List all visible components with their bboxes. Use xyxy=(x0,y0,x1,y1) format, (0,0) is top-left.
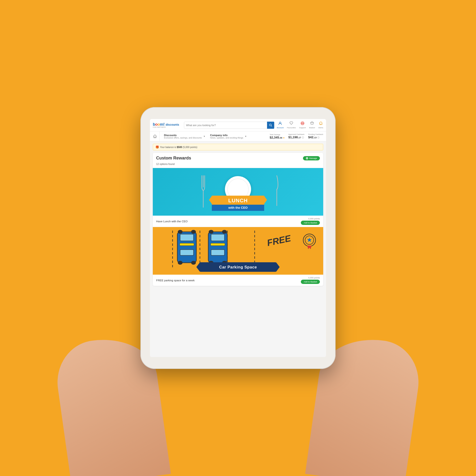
account-icon xyxy=(278,121,282,126)
svg-point-24 xyxy=(191,230,196,234)
nav-icons: Account Favourites xyxy=(277,121,323,129)
svg-text:Car Parking Space: Car Parking Space xyxy=(219,265,257,270)
nav-account[interactable]: Account xyxy=(277,121,284,129)
svg-point-23 xyxy=(178,230,183,234)
ceo-text: with the CEO xyxy=(228,206,248,209)
svg-point-26 xyxy=(191,261,196,265)
svg-rect-22 xyxy=(180,250,193,255)
search-input[interactable] xyxy=(184,124,267,127)
parking-reward-right: 4,000 points Add to Basket xyxy=(301,276,320,284)
stat-approved-cashback: Approved Cashback $1,198.17 ⓘ xyxy=(288,133,305,139)
alerts-label: Alerts xyxy=(319,127,323,129)
banner-yellow: LUNCH xyxy=(212,196,264,205)
stat-total-savings: Total Savings $2,345.56 ● xyxy=(270,134,285,139)
svg-line-1 xyxy=(271,126,272,126)
parking-footer: FREE parking space for a week 4,000 poin… xyxy=(153,275,323,286)
discounts-dropdown-arrow: ▼ xyxy=(203,135,205,137)
parking-image: FREE xyxy=(153,227,323,275)
reward-item-parking: FREE xyxy=(153,227,323,286)
svg-rect-21 xyxy=(180,234,193,241)
logo-boom: boom! xyxy=(153,122,165,127)
logo-tagline: FOR PARTNERS xyxy=(153,126,179,128)
balance-amount: $500 xyxy=(177,146,182,149)
nav-support[interactable]: Support xyxy=(299,121,306,129)
svg-rect-30 xyxy=(211,250,224,255)
gift-icon: 🎁 xyxy=(155,145,159,149)
support-icon xyxy=(301,121,305,126)
lunch-points: 4,000 points xyxy=(308,218,320,220)
stats-section: Total Savings $2,345.56 ● Approved Cashb… xyxy=(270,131,323,141)
stat-pending-cashback: Pending Cashback $42.13 ⓘ xyxy=(308,133,323,139)
scene: boom! discounts FOR PARTNERS xyxy=(0,0,476,476)
banner-blue: with the CEO xyxy=(212,204,264,211)
stat-approved-label: Approved Cashback xyxy=(288,133,305,136)
alerts-icon xyxy=(319,121,323,126)
stat-total-savings-label: Total Savings xyxy=(270,134,280,136)
parking-add-basket-button[interactable]: Add to Basket xyxy=(301,280,320,284)
balance-bar: 🎁 Your balance is $500 (5,000 points) xyxy=(153,144,323,151)
lunch-reward-right: 4,000 points Add to Basket xyxy=(301,218,320,225)
lunch-name: Have Lunch with the CEO xyxy=(156,220,187,223)
stat-pending-value: $42.13 ⓘ xyxy=(308,136,319,139)
balance-text: Your balance is $500 (5,000 points) xyxy=(160,146,197,149)
main-content: 🎁 Your balance is $500 (5,000 points) Cu… xyxy=(150,141,326,357)
lunch-banner: LUNCH with the CEO xyxy=(212,196,264,211)
company-info-dropdown-arrow: ▼ xyxy=(245,135,247,137)
svg-point-31 xyxy=(209,230,214,234)
parking-name: FREE parking space for a week xyxy=(156,279,195,282)
logo: boom! discounts FOR PARTNERS xyxy=(153,122,179,128)
card-header: Custom Rewards Manage xyxy=(153,153,323,163)
lunch-add-basket-button[interactable]: Add to Basket xyxy=(301,221,320,225)
company-info-title: Company info xyxy=(210,134,243,136)
nav-alerts[interactable]: Alerts xyxy=(319,121,323,129)
options-count: 12 options found xyxy=(153,163,323,168)
svg-point-32 xyxy=(222,230,227,234)
parking-scene: FREE xyxy=(153,227,323,275)
svg-point-4 xyxy=(302,123,303,124)
svg-point-9 xyxy=(306,158,307,159)
lunch-image: LUNCH with the CEO xyxy=(153,168,323,216)
discounts-dropdown[interactable]: Discounts Exclusive offers, savings, and… xyxy=(162,131,208,141)
page-title: Custom Rewards xyxy=(156,156,191,161)
svg-rect-29 xyxy=(211,234,224,241)
company-info-sub: News, updates, and exciting things xyxy=(210,136,243,139)
lunch-scene: LUNCH with the CEO xyxy=(153,168,323,216)
reward-item-lunch: LUNCH with the CEO Have Lunch with the C… xyxy=(153,168,323,227)
stat-total-savings-value: $2,345.56 ● xyxy=(270,136,285,139)
svg-point-25 xyxy=(178,261,183,265)
search-button[interactable] xyxy=(267,122,274,129)
discounts-title: Discounts xyxy=(164,134,202,136)
parking-svg: FREE xyxy=(153,227,323,275)
lunch-text: LUNCH xyxy=(228,198,248,204)
favourites-icon xyxy=(289,121,293,126)
stat-approved-value: $1,198.17 ⓘ xyxy=(288,136,304,139)
favourites-label: Favourites xyxy=(287,127,296,129)
stat-pending-label: Pending Cashback xyxy=(308,133,323,136)
search-bar[interactable] xyxy=(184,122,274,129)
secondary-nav: Discounts Exclusive offers, savings, and… xyxy=(150,131,326,141)
nav-favourites[interactable]: Favourites xyxy=(287,121,296,129)
company-info-dropdown[interactable]: Company info News, updates, and exciting… xyxy=(208,131,249,141)
tablet-shell: boom! discounts FOR PARTNERS xyxy=(140,107,336,369)
logo-discounts: discounts xyxy=(166,123,179,126)
fork-icon xyxy=(200,175,206,208)
parking-points: 4,000 points xyxy=(308,276,320,279)
rewards-card: Custom Rewards Manage 12 options found xyxy=(153,153,323,286)
manage-button[interactable]: Manage xyxy=(303,156,320,160)
svg-rect-27 xyxy=(180,243,194,246)
tablet-screen: boom! discounts FOR PARTNERS xyxy=(150,119,326,357)
svg-rect-35 xyxy=(211,243,225,246)
lunch-footer: Have Lunch with the CEO 4,000 points Add… xyxy=(153,216,323,227)
basket-icon xyxy=(310,121,314,126)
basket-label: Basket xyxy=(309,127,315,129)
top-nav: boom! discounts FOR PARTNERS xyxy=(150,119,326,131)
knife-icon xyxy=(275,175,279,206)
discounts-sub: Exclusive offers, savings, and discounts xyxy=(164,136,202,139)
home-button[interactable] xyxy=(153,131,160,141)
support-label: Support xyxy=(299,127,306,129)
nav-basket[interactable]: Basket xyxy=(309,121,315,129)
account-label: Account xyxy=(277,127,284,129)
